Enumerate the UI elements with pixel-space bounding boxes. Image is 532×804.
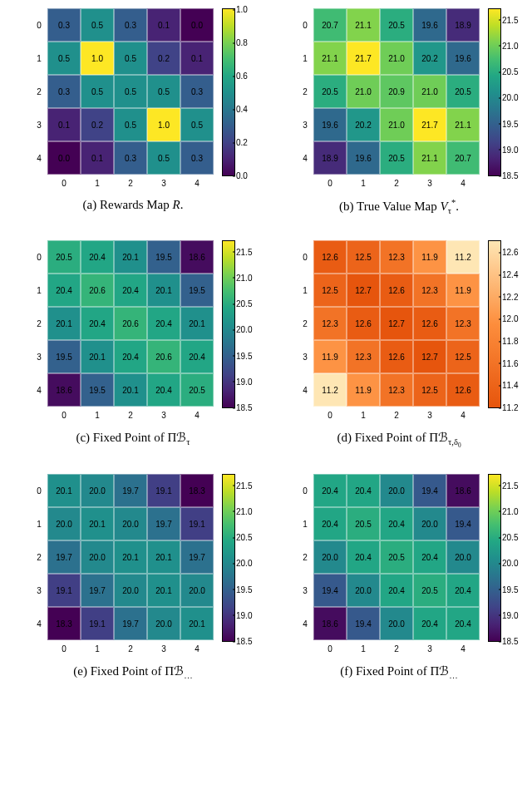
chart-row: 020.520.420.119.518.6120.420.620.420.119… xyxy=(31,240,235,423)
heatmap-cell: 0.1 xyxy=(147,8,180,42)
x-tick: 1 xyxy=(81,407,114,423)
x-tick: 4 xyxy=(446,640,480,657)
heatmap-cell: 19.4 xyxy=(413,474,446,507)
heatmap-cell: 20.0 xyxy=(180,574,214,607)
heatmap-cell: 21.7 xyxy=(413,108,446,141)
heatmap-cell: 11.9 xyxy=(446,274,480,307)
heatmap-cell: 12.7 xyxy=(380,307,413,340)
heatmap-cell: 21.7 xyxy=(347,42,380,75)
heatmap-cell: 20.4 xyxy=(347,474,380,507)
x-tick: 2 xyxy=(380,175,413,191)
heatmap-cell: 19.7 xyxy=(114,607,147,640)
heatmap-cell: 19.5 xyxy=(180,274,214,307)
heatmap-cell: 18.6 xyxy=(180,240,214,274)
colorbar: 18.519.019.520.020.521.021.5 xyxy=(222,474,235,642)
heatmap-cell: 20.1 xyxy=(180,307,214,340)
colorbar-tick: 21.5 xyxy=(236,247,252,256)
heatmap-cell: 20.4 xyxy=(180,340,214,373)
x-tick: 3 xyxy=(147,175,180,191)
heatmap-cell: 19.6 xyxy=(413,8,446,42)
heatmap-cell: 20.4 xyxy=(147,307,180,340)
colorbar-tick: 0.2 xyxy=(236,138,248,147)
heatmap-cell: 21.1 xyxy=(347,8,380,42)
y-tick: 1 xyxy=(297,507,313,540)
heatmap-cell: 12.5 xyxy=(446,340,480,373)
y-tick: 3 xyxy=(297,340,313,373)
heatmap-cell: 12.3 xyxy=(313,307,347,340)
heatmap-cell: 20.2 xyxy=(347,108,380,141)
y-tick: 3 xyxy=(31,574,47,607)
y-tick: 2 xyxy=(297,540,313,574)
colorbar-tick: 20.0 xyxy=(236,325,252,334)
heatmap-cell: 20.1 xyxy=(180,607,214,640)
heatmap-cell: 20.4 xyxy=(380,507,413,540)
chart-row: 020.721.120.519.618.9121.121.721.020.219… xyxy=(297,8,501,191)
heatmap-cell: 0.3 xyxy=(114,8,147,42)
heatmap-wrap: 012.612.512.311.911.2112.512.712.612.311… xyxy=(297,240,480,423)
chart-caption: (f) Fixed Point of Πℬ… xyxy=(340,663,458,680)
colorbar-tick: 20.5 xyxy=(236,299,252,308)
heatmap-cell: 20.4 xyxy=(313,474,347,507)
heatmap-cell: 12.5 xyxy=(313,274,347,307)
heatmap-cell: 20.4 xyxy=(446,607,480,640)
x-tick: 4 xyxy=(446,407,480,423)
chart-d: 012.612.512.311.911.2112.512.712.612.311… xyxy=(274,240,524,449)
heatmap-cell: 21.0 xyxy=(413,75,446,108)
colorbar-tick: 19.0 xyxy=(502,610,518,619)
heatmap-cell: 20.4 xyxy=(47,274,81,307)
colorbar-tick: 18.5 xyxy=(236,637,252,646)
colorbar-tick: 19.5 xyxy=(502,119,518,128)
axis-corner xyxy=(297,407,313,423)
y-tick: 3 xyxy=(297,108,313,141)
heatmap-cell: 20.5 xyxy=(47,240,81,274)
heatmap-cell: 0.5 xyxy=(47,42,81,75)
x-tick: 3 xyxy=(413,175,446,191)
heatmap-cell: 0.2 xyxy=(81,108,114,141)
x-tick: 1 xyxy=(347,407,380,423)
heatmap-cell: 21.1 xyxy=(313,42,347,75)
heatmap-cell: 20.0 xyxy=(81,540,114,574)
chart-caption: (c) Fixed Point of Πℬτ xyxy=(76,430,190,446)
heatmap-cell: 20.4 xyxy=(413,607,446,640)
heatmap-cell: 20.4 xyxy=(413,540,446,574)
axis-corner xyxy=(31,640,47,657)
heatmap-cell: 18.3 xyxy=(47,607,81,640)
heatmap-cell: 20.5 xyxy=(313,75,347,108)
heatmap-cell: 20.0 xyxy=(47,507,81,540)
colorbar-ticks: 18.519.019.520.020.521.021.5 xyxy=(236,475,269,641)
x-tick: 0 xyxy=(47,407,81,423)
y-tick: 0 xyxy=(31,474,47,507)
heatmap-cell: 20.4 xyxy=(347,540,380,574)
colorbar-tick: 20.0 xyxy=(236,559,252,568)
heatmap-cell: 20.1 xyxy=(147,574,180,607)
y-tick: 0 xyxy=(297,474,313,507)
y-tick: 0 xyxy=(297,8,313,42)
colorbar-tick: 21.5 xyxy=(236,481,252,490)
chart-caption: (b) True Value Map Vτ*. xyxy=(339,198,459,215)
heatmap-cell: 20.1 xyxy=(47,474,81,507)
colorbar-tick: 18.5 xyxy=(502,171,518,180)
colorbar-tick: 21.5 xyxy=(502,15,518,24)
chart-b: 020.721.120.519.618.9121.121.721.020.219… xyxy=(274,8,524,215)
heatmap-cell: 11.2 xyxy=(446,240,480,274)
heatmap-wrap: 020.520.420.119.518.6120.420.620.420.119… xyxy=(31,240,214,423)
heatmap-cell: 20.5 xyxy=(380,540,413,574)
colorbar-tick: 1.0 xyxy=(236,5,248,14)
axis-corner xyxy=(297,175,313,191)
heatmap-cell: 12.6 xyxy=(313,240,347,274)
heatmap-cell: 0.3 xyxy=(180,141,214,175)
y-tick: 2 xyxy=(31,307,47,340)
chart-caption: (a) Rewards Map R. xyxy=(83,198,184,212)
heatmap-cell: 19.4 xyxy=(446,507,480,540)
x-tick: 0 xyxy=(313,407,347,423)
heatmap-cell: 1.0 xyxy=(147,108,180,141)
x-tick: 2 xyxy=(114,407,147,423)
heatmap-cell: 20.4 xyxy=(446,574,480,607)
x-tick: 1 xyxy=(347,175,380,191)
x-tick: 2 xyxy=(114,640,147,657)
heatmap-cell: 11.9 xyxy=(347,373,380,407)
chart-row: 012.612.512.311.911.2112.512.712.612.311… xyxy=(297,240,501,423)
colorbar-tick: 11.4 xyxy=(502,381,518,390)
colorbar-tick: 12.6 xyxy=(502,248,518,257)
heatmap-cell: 20.1 xyxy=(114,373,147,407)
